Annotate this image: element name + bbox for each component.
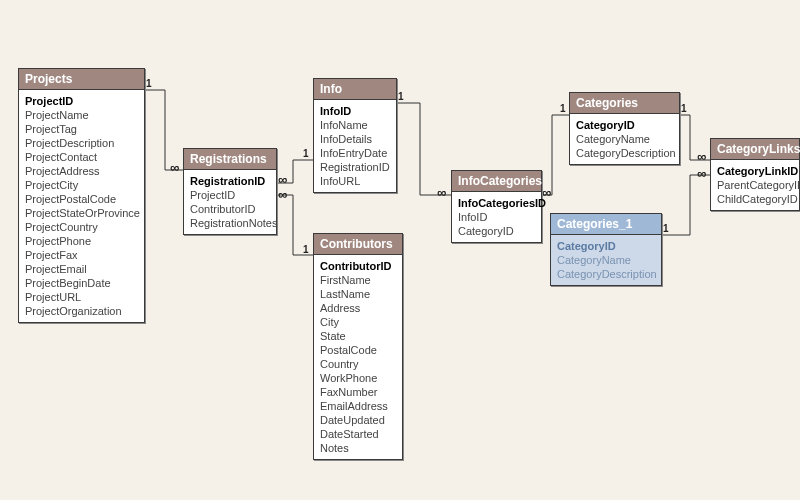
entity-fields: CategoryID CategoryName CategoryDescript… [551,235,661,285]
field: RegistrationNotes [190,216,270,230]
field: WorkPhone [320,371,396,385]
entity-header: Categories_1 [551,214,661,235]
entity-registrations[interactable]: Registrations RegistrationID ProjectID C… [183,148,277,235]
cardinality-one: 1 [681,103,687,114]
cardinality-one: 1 [663,223,669,234]
field: CategoryLinkID [717,164,793,178]
entity-header: InfoCategories [452,171,541,192]
field: InfoEntryDate [320,146,390,160]
field: DateStarted [320,427,396,441]
field: InfoCategoriesID [458,196,535,210]
cardinality-one: 1 [146,78,152,89]
cardinality-many: ∞ [697,166,706,181]
field: Address [320,301,396,315]
field: ContributorID [320,259,396,273]
entity-fields: ContributorID FirstName LastName Address… [314,255,402,459]
field: ProjectStateOrProvince [25,206,138,220]
field: InfoName [320,118,390,132]
entity-header: Contributors [314,234,402,255]
entity-contributors[interactable]: Contributors ContributorID FirstName Las… [313,233,403,460]
field: EmailAddress [320,399,396,413]
field: InfoID [320,104,390,118]
entity-projects[interactable]: Projects ProjectID ProjectName ProjectTa… [18,68,145,323]
field: FirstName [320,273,396,287]
entity-header: Categories [570,93,679,114]
field: Notes [320,441,396,455]
entity-fields: InfoID InfoName InfoDetails InfoEntryDat… [314,100,396,192]
field: PostalCode [320,343,396,357]
field: ProjectEmail [25,262,138,276]
field: ParentCategoryID [717,178,793,192]
field: City [320,315,396,329]
entity-categories[interactable]: Categories CategoryID CategoryName Categ… [569,92,680,165]
field: ProjectOrganization [25,304,138,318]
field: CategoryDescription [557,267,655,281]
field: DateUpdated [320,413,396,427]
field: ProjectDescription [25,136,138,150]
entity-header: Info [314,79,396,100]
field: CategoryDescription [576,146,673,160]
entity-categories-1[interactable]: Categories_1 CategoryID CategoryName Cat… [550,213,662,286]
entity-infocategories[interactable]: InfoCategories InfoCategoriesID InfoID C… [451,170,542,243]
field: ContributorID [190,202,270,216]
cardinality-one: 1 [560,103,566,114]
field: ProjectPostalCode [25,192,138,206]
field: RegistrationID [190,174,270,188]
field: ProjectFax [25,248,138,262]
cardinality-one: 1 [303,148,309,159]
field: ProjectURL [25,290,138,304]
entity-header: Registrations [184,149,276,170]
field: ProjectID [25,94,138,108]
entity-categorylinks[interactable]: CategoryLinks CategoryLinkID ParentCateg… [710,138,800,211]
entity-fields: InfoCategoriesID InfoID CategoryID [452,192,541,242]
cardinality-one: 1 [303,244,309,255]
cardinality-many: ∞ [437,185,446,200]
field: InfoID [458,210,535,224]
field: ProjectPhone [25,234,138,248]
field: ProjectContact [25,150,138,164]
entity-fields: CategoryID CategoryName CategoryDescript… [570,114,679,164]
field: CategoryID [576,118,673,132]
cardinality-one: 1 [398,91,404,102]
field: Country [320,357,396,371]
field: ProjectID [190,188,270,202]
field: CategoryID [557,239,655,253]
entity-header: CategoryLinks [711,139,799,160]
field: ProjectBeginDate [25,276,138,290]
entity-fields: RegistrationID ProjectID ContributorID R… [184,170,276,234]
cardinality-many: ∞ [278,172,287,187]
field: ProjectCountry [25,220,138,234]
field: State [320,329,396,343]
field: InfoDetails [320,132,390,146]
field: CategoryID [458,224,535,238]
cardinality-many: ∞ [697,149,706,164]
field: ChildCategoryID [717,192,793,206]
entity-header: Projects [19,69,144,90]
field: LastName [320,287,396,301]
field: FaxNumber [320,385,396,399]
entity-info[interactable]: Info InfoID InfoName InfoDetails InfoEnt… [313,78,397,193]
field: ProjectAddress [25,164,138,178]
field: ProjectName [25,108,138,122]
entity-fields: CategoryLinkID ParentCategoryID ChildCat… [711,160,799,210]
field: ProjectTag [25,122,138,136]
field: ProjectCity [25,178,138,192]
field: InfoURL [320,174,390,188]
cardinality-many: ∞ [170,160,179,175]
field: RegistrationID [320,160,390,174]
entity-fields: ProjectID ProjectName ProjectTag Project… [19,90,144,322]
field: CategoryName [557,253,655,267]
field: CategoryName [576,132,673,146]
cardinality-many: ∞ [278,187,287,202]
